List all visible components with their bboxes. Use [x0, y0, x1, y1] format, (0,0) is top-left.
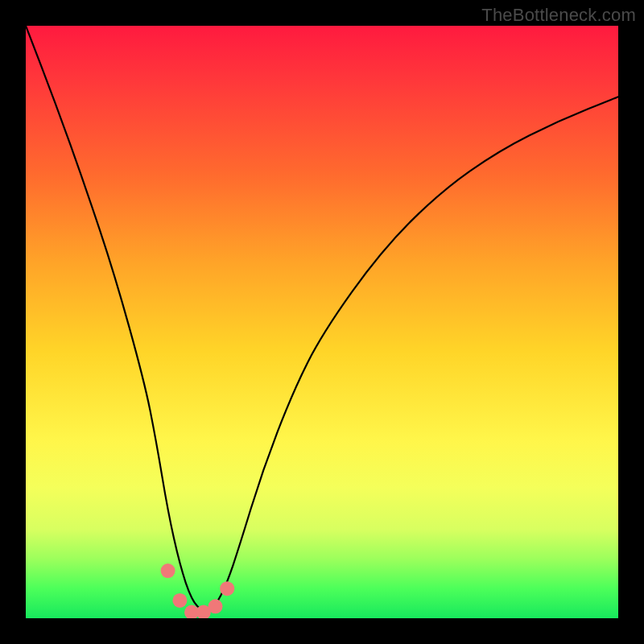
- chart-frame: TheBottleneck.com: [0, 0, 644, 644]
- bottleneck-curve: [26, 26, 618, 610]
- marker-dot: [172, 593, 187, 608]
- curve-layer: [26, 26, 618, 618]
- marker-dot: [161, 564, 175, 578]
- plot-area: [26, 26, 618, 618]
- watermark-label: TheBottleneck.com: [481, 5, 636, 26]
- marker-dot: [208, 599, 223, 613]
- bottleneck-markers: [161, 564, 235, 618]
- marker-dot: [220, 581, 234, 596]
